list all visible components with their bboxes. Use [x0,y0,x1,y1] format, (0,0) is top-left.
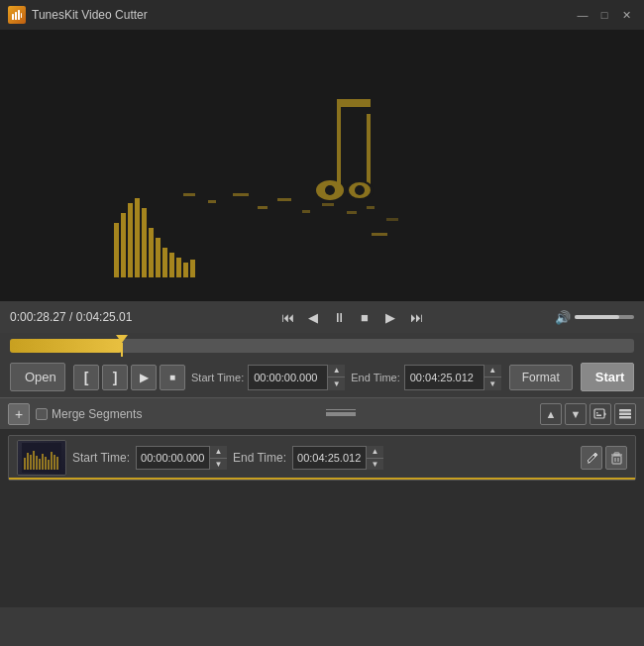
seg-end-label: End Time: [233,451,286,465]
open-button[interactable]: Open [10,363,65,391]
delete-icon [610,452,623,465]
end-time-group: End Time: ▲ ▼ [351,365,501,390]
svg-rect-46 [33,451,35,470]
svg-rect-24 [367,206,375,209]
drag-handle [148,412,534,415]
seg-start-input-wrap: ▲ ▼ [136,446,227,470]
window-controls: — □ ✕ [573,5,636,25]
svg-rect-18 [233,193,249,196]
start-button[interactable]: Start [581,363,634,391]
maximize-button[interactable]: □ [594,5,614,25]
seg-end-down[interactable]: ▼ [367,459,383,471]
cut-start-button[interactable]: [ [73,365,99,390]
start-time-label: Start Time: [191,372,244,383]
svg-rect-2 [18,10,20,20]
svg-rect-56 [612,456,621,464]
svg-rect-54 [56,457,58,470]
svg-rect-53 [54,455,55,470]
controls-bar: 0:00:28.27 / 0:04:25.01 ⏮ ◀ ⏸ ■ ▶ ⏭ 🔊 [0,301,644,333]
svg-rect-11 [162,248,167,277]
volume-area: 🔊 [555,310,634,325]
move-down-button[interactable]: ▼ [565,403,587,425]
svg-rect-4 [114,223,119,277]
timeline-track[interactable] [10,339,634,353]
seg-start-spinners: ▲ ▼ [209,446,227,470]
end-time-down[interactable]: ▼ [484,377,501,390]
svg-rect-28 [367,114,371,188]
start-time-down[interactable]: ▼ [328,377,345,390]
segment-edit-button[interactable] [581,446,602,470]
seg-start-up[interactable]: ▲ [210,446,227,459]
start-time-input-wrap: ▲ ▼ [248,365,345,390]
close-button[interactable]: ✕ [616,5,636,25]
svg-rect-20 [277,198,291,201]
segment-thumbnail [17,440,66,476]
svg-rect-44 [27,453,29,470]
move-up-button[interactable]: ▲ [540,403,562,425]
video-info-icon [593,407,607,421]
title-bar: TunesKit Video Cutter — □ ✕ [0,0,644,30]
svg-point-33 [355,185,365,195]
start-time-up[interactable]: ▲ [328,365,345,378]
cut-stop-button[interactable]: ■ [160,365,185,390]
svg-rect-25 [386,218,398,221]
svg-rect-21 [302,210,310,213]
minimize-button[interactable]: — [573,5,592,25]
skip-back-button[interactable]: ⏮ [276,306,298,328]
scatter-viz [0,30,644,301]
segment-time-controls: Start Time: ▲ ▼ End Time: ▲ ▼ [72,446,575,470]
svg-rect-39 [619,409,631,412]
svg-rect-35 [594,409,604,418]
svg-rect-0 [12,14,14,20]
volume-slider[interactable] [575,315,634,319]
add-segment-button[interactable]: + [8,403,30,425]
timeline-marker[interactable] [116,335,128,357]
list-view-icon [618,407,632,421]
svg-rect-45 [30,455,32,470]
svg-rect-52 [51,452,53,470]
svg-rect-41 [619,416,631,419]
segments-header: + Merge Segments ▲ ▼ [0,397,644,429]
svg-rect-58 [614,453,619,455]
cut-play-button[interactable]: ▶ [131,365,157,390]
segment-order-controls: ▲ ▼ [540,403,636,425]
list-view-button[interactable] [614,403,636,425]
end-time-label: End Time: [351,372,400,383]
table-row: Start Time: ▲ ▼ End Time: ▲ ▼ [8,435,636,481]
video-info-button[interactable] [590,403,611,425]
svg-rect-13 [176,258,181,277]
stop-button[interactable]: ■ [354,306,376,328]
svg-rect-48 [39,459,41,470]
svg-rect-6 [128,203,133,277]
seg-end-up[interactable]: ▲ [367,446,383,459]
svg-rect-9 [149,228,154,277]
cut-end-button[interactable]: ] [102,365,128,390]
segments-list: Start Time: ▲ ▼ End Time: ▲ ▼ [0,429,644,607]
segment-delete-button[interactable] [605,446,627,470]
play-button[interactable]: ▶ [379,306,401,328]
skip-forward-button[interactable]: ⏭ [405,306,427,328]
video-preview [0,30,644,301]
svg-point-32 [349,182,371,198]
format-button[interactable]: Format [509,365,573,390]
app-icon [8,6,26,24]
merge-checkbox-wrap: Merge Segments [36,407,142,421]
svg-rect-14 [183,263,188,277]
end-time-input-wrap: ▲ ▼ [404,365,501,390]
end-time-spinners: ▲ ▼ [483,365,501,390]
prev-frame-button[interactable]: ◀ [302,306,324,328]
svg-rect-23 [347,211,357,214]
seg-end-spinners: ▲ ▼ [366,446,383,470]
svg-rect-22 [322,203,334,206]
seg-start-label: Start Time: [72,451,130,465]
end-time-up[interactable]: ▲ [484,365,501,378]
svg-rect-17 [208,200,216,203]
timeline-fill [10,339,122,353]
svg-rect-26 [372,233,387,236]
seg-start-down[interactable]: ▼ [210,459,227,471]
pause-button[interactable]: ⏸ [328,306,350,328]
start-time-group: Start Time: ▲ ▼ [191,365,345,390]
merge-checkbox[interactable] [36,408,48,420]
edit-icon [586,452,598,465]
timeline-area [0,333,644,357]
